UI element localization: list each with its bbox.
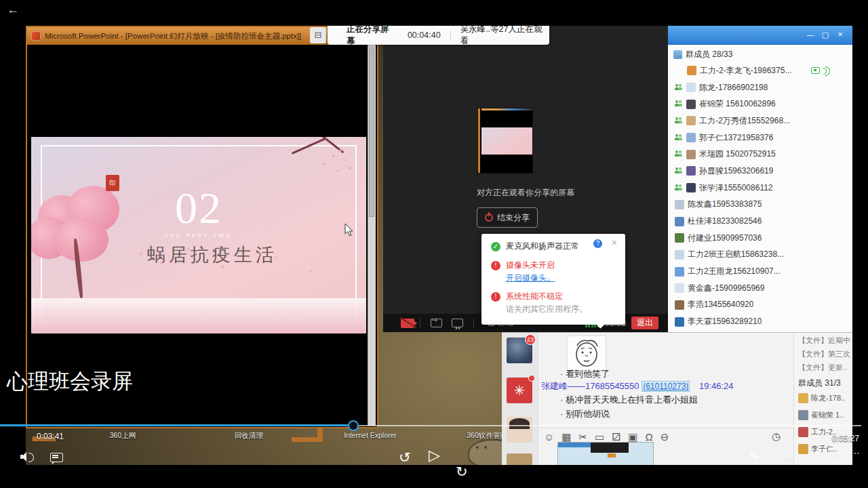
total-time: 0:05:27 [832, 434, 859, 443]
forward-label: 30 [456, 470, 868, 485]
whiteboard-icon[interactable] [452, 319, 463, 327]
avatar [686, 133, 696, 142]
open-camera-link[interactable]: 开启摄像头。 [506, 272, 555, 284]
message-history-icon[interactable]: ◷ [772, 430, 781, 443]
letterbox-right [852, 0, 868, 488]
screen-share-icon[interactable] [431, 319, 442, 327]
online-status-icon [675, 84, 684, 92]
camera-off-icon[interactable] [401, 319, 414, 328]
warning-icon: ! [491, 292, 500, 302]
desktop-icon-label[interactable]: Internet Explorer [339, 431, 401, 439]
screen-share-icon [811, 67, 820, 74]
avatar [675, 250, 684, 260]
desktop-icon-label[interactable]: 360上网 [94, 431, 152, 439]
volume-icon[interactable] [20, 452, 34, 462]
seek-handle[interactable] [348, 420, 359, 431]
member-row[interactable]: 李天霖15963289210 [668, 313, 852, 330]
sender-uid[interactable]: (610110273) [642, 381, 690, 392]
member-name: 黄金鑫-15909965969 [688, 283, 764, 294]
danmaku-icon[interactable] [50, 453, 63, 462]
member-row[interactable]: 工力-2-李龙飞-1986375... [668, 62, 852, 79]
member-row[interactable]: 郭子仁13721958376 [668, 129, 852, 146]
play-button[interactable]: ▷ [429, 448, 440, 463]
member-name: 米瑞园 15020752915 [699, 148, 776, 160]
blossom-petals [339, 149, 342, 152]
member-name: 工力2班王启航15863238... [688, 249, 784, 260]
avatar [798, 410, 808, 420]
picture-in-picture-icon[interactable] [777, 453, 791, 463]
member-row[interactable]: 付建业15909957036 [668, 230, 852, 247]
chat-message: · 杨冲普天天晚上在抖音上看小姐姐 [560, 394, 698, 406]
member-row[interactable]: 工力2王雨龙156210907... [668, 263, 852, 280]
unread-dot [528, 375, 535, 382]
member-row[interactable]: 李浩13455640920 [668, 297, 852, 314]
chat-tool-icon[interactable]: ☺ [544, 430, 554, 444]
member-row[interactable]: 陈发鑫15953383875 [668, 197, 852, 214]
forward-30-button[interactable]: ↻ 30 [456, 464, 868, 479]
member-row[interactable]: 工力2班王启航15863238... [668, 247, 852, 264]
member-row[interactable]: 孙显骏15963206619 [668, 163, 852, 180]
group-avatar[interactable]: ✳ [507, 378, 532, 403]
members-titlebar[interactable]: — ▢ × [668, 26, 852, 45]
minimize-button[interactable]: — [804, 29, 817, 40]
slide-ground [31, 298, 366, 333]
member-row[interactable]: 米瑞园 15020752915 [668, 146, 852, 163]
close-button[interactable]: × [833, 29, 847, 40]
member-name: 杜佳泽18233082546 [688, 216, 762, 227]
file-message[interactable]: 【文件】更新.. [798, 363, 851, 373]
desktop-icon-label[interactable]: 回收清理 [220, 431, 278, 439]
group-avatar[interactable]: 23 [507, 338, 532, 363]
chat-message: · 别听他胡说 [560, 408, 610, 420]
seek-bar-track[interactable] [358, 425, 861, 426]
avatar [675, 317, 684, 327]
viewers-text: 吴永峰..等27人正在观看 [460, 24, 549, 47]
members-header: 群成员 28/33 [673, 49, 732, 60]
chat-window: 23 ✳ · 看到他笑了 张建峰——17685545550 (6101102 [502, 332, 852, 465]
member-name: 李浩13455640920 [688, 299, 753, 310]
system-warning-hint: 请关闭其它应用程序。 [506, 304, 587, 315]
divider [450, 30, 451, 40]
scrollbar[interactable] [368, 45, 376, 426]
member-row[interactable]: 崔锦荣 15610062896 [668, 96, 852, 113]
chat-message: · 看到他笑了 [560, 368, 610, 380]
online-status-icon [675, 167, 684, 175]
scrollbar-thumb[interactable] [369, 47, 374, 217]
member-row[interactable]: 陈龙-17866902198 [668, 79, 852, 96]
member-row[interactable]: 陈龙-178.. [798, 390, 852, 407]
rewind-10-button[interactable]: ↺ 10 [399, 450, 868, 464]
share-bar-stub-icon[interactable]: ⊟ [310, 27, 326, 43]
end-share-button[interactable]: 结束分享 [477, 207, 538, 228]
member-row[interactable]: 张学泽15550086112 [668, 180, 852, 197]
warning-icon: ! [491, 261, 500, 270]
seek-bar-filled[interactable] [0, 424, 349, 426]
avatar [798, 427, 808, 437]
help-icon[interactable]: ? [593, 239, 602, 248]
member-row[interactable]: 黄金鑫-15909965969 [668, 280, 852, 297]
divider [420, 319, 420, 328]
member-row[interactable]: 工力-2万秀倩15552968... [668, 113, 852, 129]
chat-tool-icon[interactable]: ⊖ [660, 430, 669, 444]
sharing-duration: 00:04:40 [408, 30, 441, 40]
member-row[interactable]: 崔锦荣 1.. [798, 407, 852, 424]
member-row[interactable]: 杜佳泽18233082546 [668, 213, 852, 230]
exit-button[interactable]: 退出 [631, 317, 658, 329]
meme-sticker [567, 336, 606, 371]
file-message[interactable]: 【文件】第三次.. [798, 349, 851, 359]
member-name: 崔锦荣 1.. [811, 410, 844, 420]
sender-name[interactable]: 张建峰——17685545550 [541, 381, 639, 391]
video-player: 360上网 回收清理 Internet Explorer 360软件管家 Mic… [0, 0, 868, 488]
file-message[interactable]: 【文件】近期中.. [798, 336, 851, 346]
online-status-icon [675, 184, 684, 192]
avatar [675, 217, 684, 226]
maximize-button[interactable]: ▢ [818, 29, 832, 40]
contact-avatar[interactable] [507, 417, 532, 443]
back-button[interactable]: ← [7, 3, 19, 17]
close-icon[interactable]: × [612, 237, 617, 248]
member-name: 崔锦荣 15610062896 [699, 98, 776, 110]
avatar [798, 393, 808, 403]
members-list: 工力-2-李龙飞-1986375... 陈龙-17866902198 [668, 62, 852, 330]
chat-side-panel: 【文件】近期中.. 【文件】第三次.. 【文件】更新.. 群成员 31/3 陈龙… [793, 333, 852, 465]
more-options-icon[interactable]: ⋯ [850, 447, 860, 458]
annotate-pencil-icon[interactable]: ✎ [749, 449, 759, 464]
online-status-icon [675, 117, 684, 125]
